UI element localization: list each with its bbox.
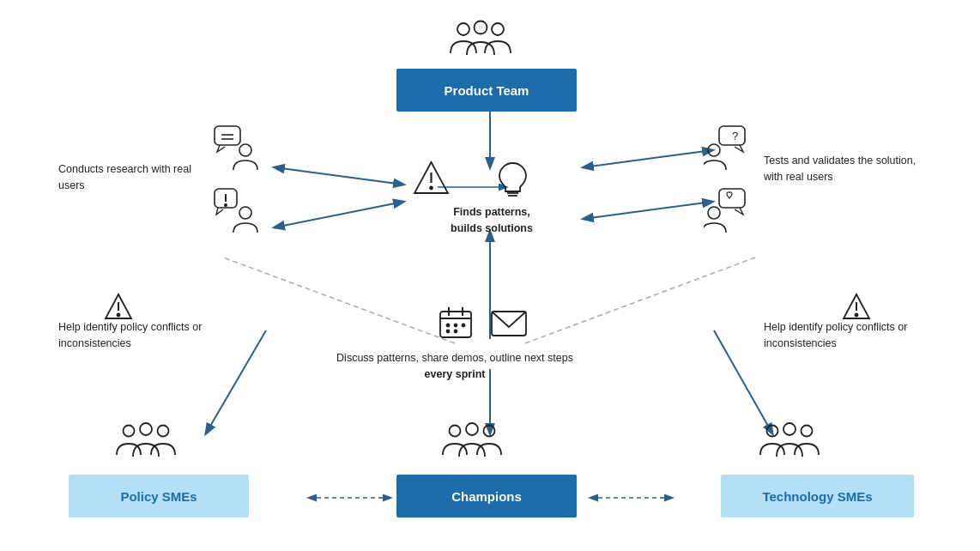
svg-point-28 — [225, 204, 227, 206]
svg-point-48 — [447, 330, 450, 333]
svg-line-1 — [275, 167, 403, 185]
policy-smes-icon — [112, 421, 180, 459]
left-warning-icon — [103, 292, 134, 323]
right-warning-icon — [841, 292, 872, 323]
policy-smes-label: Policy SMEs — [120, 489, 197, 504]
svg-line-2 — [584, 150, 712, 167]
svg-point-57 — [767, 426, 778, 437]
tech-smes-box: Technology SMEs — [721, 475, 914, 518]
svg-line-9 — [206, 330, 266, 433]
policy-smes-box: Policy SMEs — [69, 475, 249, 518]
sprint-label: Discuss patterns, share demos, outline n… — [292, 350, 618, 383]
svg-point-29 — [239, 207, 251, 219]
svg-point-46 — [455, 324, 457, 327]
center-label-text: Finds patterns,builds solutions — [419, 204, 565, 237]
product-team-label: Product Team — [445, 83, 529, 98]
right-top-person-icon: ? — [704, 124, 751, 172]
svg-point-45 — [447, 324, 450, 327]
svg-point-16 — [492, 23, 504, 35]
svg-point-58 — [783, 423, 795, 435]
svg-point-47 — [463, 324, 465, 327]
tech-smes-label: Technology SMEs — [762, 489, 872, 504]
svg-point-32 — [708, 144, 720, 156]
center-label: Finds patterns,builds solutions — [419, 204, 565, 237]
sprint-bold-text: every sprint — [292, 366, 618, 383]
champions-label: Champions — [451, 489, 522, 504]
svg-point-19 — [430, 187, 433, 190]
svg-point-15 — [475, 21, 487, 34]
left-top-person-icon — [213, 124, 260, 172]
svg-rect-33 — [719, 189, 745, 208]
svg-point-56 — [158, 426, 169, 437]
left-top-label: Conducts research with real users — [58, 161, 204, 194]
svg-line-7 — [525, 257, 755, 343]
tech-smes-icon — [755, 421, 824, 459]
svg-rect-22 — [215, 126, 240, 145]
svg-point-14 — [457, 23, 469, 35]
left-bottom-label-text: Help identify policy conflicts or incons… — [58, 321, 202, 349]
sprint-icons — [438, 305, 529, 341]
sprint-label-text: Discuss patterns, share demos, outline n… — [336, 352, 573, 364]
right-bottom-label-text: Help identify policy conflicts or incons… — [764, 321, 907, 349]
product-team-icon — [446, 17, 515, 60]
svg-point-25 — [239, 144, 251, 156]
right-bottom-person-icon — [704, 187, 751, 234]
right-bottom-label: Help identify policy conflicts or incons… — [764, 319, 927, 352]
champions-icon — [438, 421, 506, 459]
champions-box: Champions — [396, 475, 577, 518]
right-top-label: Tests and validates the solution, with r… — [764, 153, 927, 185]
svg-line-4 — [584, 202, 712, 219]
svg-point-53 — [484, 426, 495, 437]
svg-point-37 — [118, 314, 120, 317]
svg-point-59 — [802, 426, 813, 437]
left-bottom-label: Help identify policy conflicts or incons… — [58, 319, 213, 352]
diagram: Champions --> Technology SMEs --> Produc… — [0, 0, 980, 551]
left-top-label-text: Conducts research with real users — [58, 163, 191, 191]
svg-line-6 — [223, 257, 455, 343]
svg-point-52 — [466, 423, 478, 435]
svg-point-34 — [708, 207, 720, 219]
svg-point-54 — [124, 426, 135, 437]
svg-point-55 — [140, 423, 152, 435]
right-top-label-text: Tests and validates the solution, with r… — [764, 154, 916, 183]
svg-point-40 — [856, 314, 858, 317]
svg-text:?: ? — [732, 130, 738, 142]
center-icons — [412, 159, 532, 197]
svg-line-3 — [275, 202, 403, 227]
left-bottom-person-icon — [213, 187, 260, 234]
svg-point-51 — [450, 426, 461, 437]
svg-point-49 — [455, 330, 457, 333]
product-team-box: Product Team — [396, 69, 577, 112]
